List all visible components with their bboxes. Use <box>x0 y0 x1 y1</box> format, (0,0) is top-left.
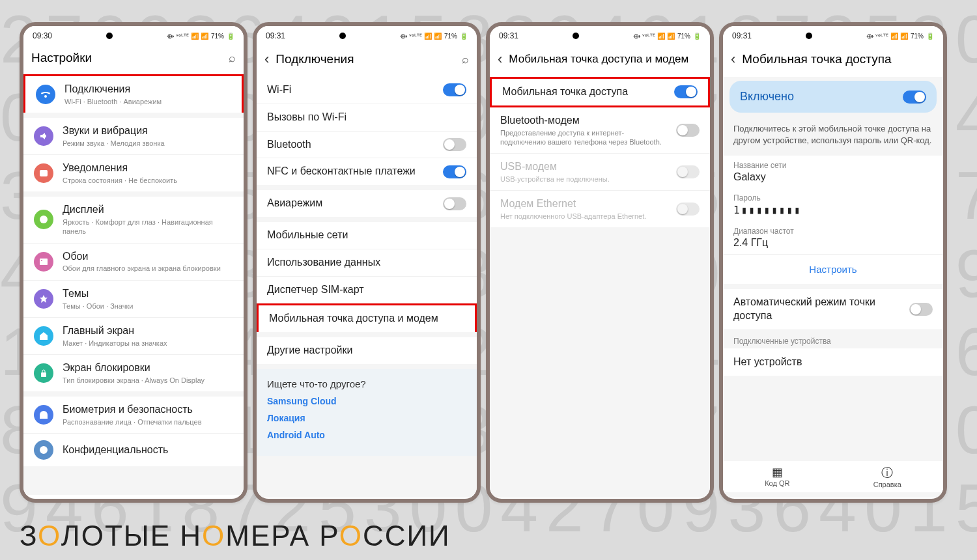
conn-item[interactable]: Мобильные сети <box>257 222 477 249</box>
configure-button[interactable]: Настроить <box>723 254 943 284</box>
qr-code-button[interactable]: ▦ Код QR <box>765 465 789 488</box>
tether-item: Модем EthernetНет подключенного USB-адап… <box>490 191 710 227</box>
password-field[interactable]: Пароль 1▮▮▮▮▮▮▮▮ <box>723 188 943 221</box>
enabled-toggle-row[interactable]: Включено <box>729 81 937 113</box>
page-title: Подключения <box>276 52 455 66</box>
settings-item-home[interactable]: Главный экранМакет · Индикаторы на значк… <box>23 318 244 355</box>
link[interactable]: Android Auto <box>267 430 466 440</box>
toggle[interactable] <box>443 83 466 96</box>
svg-rect-4 <box>41 372 46 377</box>
time: 09:31 <box>499 31 518 40</box>
camera-hole <box>106 33 113 39</box>
camera-hole <box>339 33 346 39</box>
phone-hotspot: 09:31 ⟴ ᵛᵒᴸᵀᴱ 📶 📶 71%🔋 ‹ Мобильная точка… <box>719 22 947 503</box>
tether-item[interactable]: Мобильная точка доступа <box>490 77 710 107</box>
phone-hotspot-tether: 09:31 ⟴ ᵛᵒᴸᵀᴱ 📶 📶 71%🔋 ‹ Мобильная точка… <box>486 22 714 503</box>
help-button[interactable]: ⓘ Справка <box>873 465 901 488</box>
toggle[interactable] <box>443 138 466 151</box>
settings-item-sound[interactable]: Звуки и вибрацияРежим звука · Мелодия зв… <box>23 118 244 155</box>
conn-item[interactable]: Использование данных <box>257 249 477 277</box>
settings-item-wifi[interactable]: ПодключенияWi-Fi · Bluetooth · Авиарежим <box>23 74 244 113</box>
svg-point-5 <box>40 446 48 454</box>
conn-item[interactable]: Вызовы по Wi-Fi <box>257 104 477 132</box>
phone-connections: 09:31 ⟴ ᵛᵒᴸᵀᴱ 📶 📶 71%🔋 ‹ Подключения ⌕ W… <box>253 22 481 503</box>
conn-item[interactable]: Авиарежим <box>257 190 477 217</box>
link[interactable]: Локация <box>267 413 466 423</box>
conn-item[interactable]: Bluetooth <box>257 132 477 159</box>
conn-item[interactable]: NFC и бесконтактные платежи <box>257 158 477 185</box>
hint-text: Подключитесь к этой мобильной точке дост… <box>723 118 943 156</box>
toggle[interactable] <box>443 197 466 210</box>
header: ‹ Мобильная точка доступа и модем <box>490 46 710 77</box>
wifi-icon <box>36 85 55 104</box>
search-icon[interactable]: ⌕ <box>229 51 236 65</box>
search-icon[interactable]: ⌕ <box>462 53 469 66</box>
connected-devices-label: Подключенные устройства <box>723 330 943 348</box>
phone-settings: 09:30 ⟴ ᵛᵒᴸᵀᴱ 📶 📶 71%🔋 Настройки ⌕ Подкл… <box>20 22 248 503</box>
toggle-enabled[interactable] <box>903 91 926 104</box>
conn-item[interactable]: Другие настройки <box>257 337 477 364</box>
display-icon <box>34 210 53 229</box>
back-icon[interactable]: ‹ <box>498 51 502 68</box>
no-devices-row: Нет устройств <box>723 348 943 376</box>
back-icon[interactable]: ‹ <box>264 51 269 68</box>
settings-item-priv[interactable]: Конфиденциальность <box>23 434 244 466</box>
link[interactable]: Samsung Cloud <box>267 396 466 406</box>
status-icons: ⟴ ᵛᵒᴸᵀᴱ 📶 📶 71%🔋 <box>167 33 234 40</box>
conn-item[interactable]: Диспетчер SIM-карт <box>257 277 477 304</box>
conn-item[interactable]: Wi-Fi <box>257 77 477 104</box>
toggle[interactable] <box>674 85 698 98</box>
qr-icon: ▦ <box>765 465 789 479</box>
home-icon <box>34 326 53 346</box>
body: Включено Подключитесь к этой мобильной т… <box>723 77 943 497</box>
toggle[interactable] <box>676 124 700 137</box>
camera-hole <box>573 33 579 39</box>
themes-icon <box>34 289 53 309</box>
settings-item-notif[interactable]: УведомленияСтрока состояния · Не беспоко… <box>23 155 244 191</box>
looking-for-section: Ищете что-то другое?Samsung CloudЛокация… <box>257 369 477 456</box>
header: ‹ Мобильная точка доступа <box>723 46 943 77</box>
time: 09:31 <box>266 31 285 40</box>
lock-icon <box>34 363 53 383</box>
page-title: Мобильная точка доступа и модем <box>509 53 702 66</box>
toggle-auto[interactable] <box>909 303 933 316</box>
statusbar: 09:31 ⟴ ᵛᵒᴸᵀᴱ 📶 📶 71%🔋 <box>490 26 710 46</box>
network-name-field[interactable]: Название сети Galaxy <box>723 156 943 188</box>
priv-icon <box>34 440 53 460</box>
toggle <box>676 203 700 216</box>
bottom-bar: ▦ Код QR ⓘ Справка <box>723 461 943 492</box>
status-icons: ⟴ ᵛᵒᴸᵀᴱ 📶 📶 71%🔋 <box>866 33 934 40</box>
settings-item-display[interactable]: ДисплейЯркость · Комфорт для глаз · Нави… <box>23 197 244 243</box>
status-icons: ⟴ ᵛᵒᴸᵀᴱ 📶 📶 71%🔋 <box>633 33 701 40</box>
settings-item-themes[interactable]: ТемыТемы · Обои · Значки <box>23 281 244 318</box>
toggle[interactable] <box>443 165 466 178</box>
info-icon: ⓘ <box>873 465 901 481</box>
svg-point-1 <box>40 216 48 223</box>
page-title: Настройки <box>31 51 222 65</box>
time: 09:31 <box>732 31 752 40</box>
back-icon[interactable]: ‹ <box>731 51 735 68</box>
time: 09:30 <box>33 31 52 40</box>
auto-hotspot-row[interactable]: Автоматический режим точки доступа <box>723 289 943 330</box>
toggle <box>676 165 700 178</box>
sound-icon <box>34 126 53 146</box>
settings-item-wall[interactable]: ОбоиОбои для главного экрана и экрана бл… <box>23 244 244 281</box>
settings-item-lock[interactable]: Экран блокировкиТип блокировки экрана · … <box>23 355 244 391</box>
conn-item[interactable]: Мобильная точка доступа и модем <box>257 303 477 332</box>
bio-icon <box>34 405 53 425</box>
notif-icon <box>34 163 53 183</box>
svg-rect-0 <box>40 170 48 176</box>
band-field[interactable]: Диапазон частот 2.4 ГГц <box>723 221 943 254</box>
tether-item[interactable]: Bluetooth-модемПредоставление доступа к … <box>490 107 710 154</box>
wall-icon <box>34 252 53 272</box>
page-title: Мобильная точка доступа <box>742 52 935 66</box>
svg-point-3 <box>41 260 42 261</box>
camera-hole <box>806 33 812 39</box>
tether-item: USB-модемUSB-устройства не подключены. <box>490 154 710 191</box>
settings-item-bio[interactable]: Биометрия и безопасностьРаспознавание ли… <box>23 397 244 434</box>
status-icons: ⟴ ᵛᵒᴸᵀᴱ 📶 📶 71%🔋 <box>400 33 468 40</box>
statusbar: 09:30 ⟴ ᵛᵒᴸᵀᴱ 📶 📶 71%🔋 <box>23 26 244 46</box>
enabled-label: Включено <box>740 90 794 104</box>
header: Настройки ⌕ <box>23 46 244 74</box>
header: ‹ Подключения ⌕ <box>257 46 477 77</box>
